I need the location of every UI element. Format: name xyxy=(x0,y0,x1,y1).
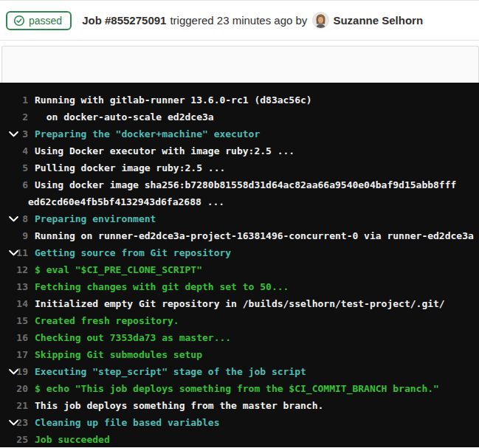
avatar[interactable] xyxy=(312,12,329,29)
log-line-text: Initialized empty Git repository in /bui… xyxy=(35,295,445,312)
log-controls-bar xyxy=(1,46,479,83)
log-line: 21 This job deploys something from the m… xyxy=(0,397,479,414)
log-line-text: Using Docker executor with image ruby:2.… xyxy=(35,142,294,159)
log-line-text: Running with gitlab-runner 13.6.0-rc1 (d… xyxy=(35,92,312,108)
log-line-text[interactable]: Preparing the "docker+machine" executor xyxy=(35,125,260,142)
check-circle-icon xyxy=(13,15,25,27)
log-section-header: 19 Executing "step_script" stage of the … xyxy=(0,363,479,380)
log-line-number[interactable]: 17 xyxy=(0,346,28,363)
chevron-down-icon[interactable] xyxy=(8,244,18,261)
log-line-number[interactable]: 25 xyxy=(0,431,28,447)
log-line: 1 Running with gitlab-runner 13.6.0-rc1 … xyxy=(0,92,479,108)
log-line-text[interactable]: Getting source from Git repository xyxy=(35,244,231,261)
log-line-text: Job succeeded xyxy=(35,431,110,447)
log-line-number[interactable]: 4 xyxy=(0,142,28,159)
chevron-down-icon[interactable] xyxy=(8,210,18,227)
log-section-header: 8 Preparing environment xyxy=(0,210,479,227)
log-line-text: Skipping Git submodules setup xyxy=(35,346,202,363)
log-line-text: Fetching changes with git depth set to 5… xyxy=(35,278,289,295)
chevron-down-icon[interactable] xyxy=(8,125,18,142)
log-line-number[interactable]: 16 xyxy=(0,329,28,346)
log-section-header: 23 Cleaning up file based variables xyxy=(0,414,479,431)
log-line-text: This job deploys something from the mast… xyxy=(35,397,323,414)
log-line-text: Running on runner-ed2dce3a-project-16381… xyxy=(35,227,474,244)
log-line-number[interactable]: 14 xyxy=(0,295,28,312)
chevron-down-icon[interactable] xyxy=(8,363,18,380)
log-line: 6 Using docker image sha256:b7280b81558d… xyxy=(0,176,479,193)
log-line-text[interactable]: Executing "step_script" stage of the job… xyxy=(35,363,306,380)
log-line-text: Created fresh repository. xyxy=(35,312,179,329)
log-line: 14 Initialized empty Git repository in /… xyxy=(0,295,479,312)
log-line-text: $ eval "$CI_PRE_CLONE_SCRIPT" xyxy=(35,261,202,278)
log-line-number[interactable]: 20 xyxy=(0,380,28,397)
log-line-text: on docker-auto-scale ed2dce3a xyxy=(35,108,214,125)
job-log-terminal: 1 Running with gitlab-runner 13.6.0-rc1 … xyxy=(0,83,479,447)
log-line-text[interactable]: Preparing environment xyxy=(35,210,156,227)
log-line-number[interactable]: 12 xyxy=(0,261,28,278)
log-line: 17 Skipping Git submodules setup xyxy=(0,346,479,363)
log-line-text[interactable]: Cleaning up file based variables xyxy=(35,414,219,431)
log-line-text: $ echo "This job deploys something from … xyxy=(35,380,439,397)
log-line: 5 Pulling docker image ruby:2.5 ... xyxy=(0,159,479,176)
log-line-number[interactable]: 9 xyxy=(0,227,28,244)
log-line: 2 on docker-auto-scale ed2dce3a xyxy=(0,108,479,125)
log-line: ed62cd60e4fb5bf4132943d6fa2688 ... xyxy=(0,193,479,210)
log-section-header: 3 Preparing the "docker+machine" executo… xyxy=(0,125,479,142)
log-line-number[interactable]: 15 xyxy=(0,312,28,329)
status-badge-label: passed xyxy=(29,15,62,27)
log-line: 9 Running on runner-ed2dce3a-project-163… xyxy=(0,227,479,244)
log-line-text: ed62cd60e4fb5bf4132943d6fa2688 ... xyxy=(28,193,224,210)
log-section-header: 11 Getting source from Git repository xyxy=(0,244,479,261)
log-line-text: Checking out 7353da73 as master... xyxy=(35,329,231,346)
chevron-down-icon[interactable] xyxy=(8,414,18,431)
log-line: 20 $ echo "This job deploys something fr… xyxy=(0,380,479,397)
log-line: 4 Using Docker executor with image ruby:… xyxy=(0,142,479,159)
log-line-number[interactable]: 6 xyxy=(0,176,28,193)
log-line-number[interactable]: 5 xyxy=(0,159,28,176)
log-line-number[interactable]: 1 xyxy=(0,92,28,108)
log-line: 16 Checking out 7353da73 as master... xyxy=(0,329,479,346)
job-number[interactable]: Job #855275091 xyxy=(82,14,166,27)
log-line-number[interactable]: 21 xyxy=(0,397,28,414)
log-line-number[interactable]: 2 xyxy=(0,108,28,125)
job-summary: Job #855275091 triggered 23 minutes ago … xyxy=(82,12,423,29)
log-line: 13 Fetching changes with git depth set t… xyxy=(0,278,479,295)
triggered-text: triggered 23 minutes ago by xyxy=(170,14,307,27)
log-line-text: Pulling docker image ruby:2.5 ... xyxy=(35,159,225,176)
log-line: 15 Created fresh repository. xyxy=(0,312,479,329)
status-badge[interactable]: passed xyxy=(6,11,72,30)
job-header: passed Job #855275091 triggered 23 minut… xyxy=(0,0,479,41)
user-name[interactable]: Suzanne Selhorn xyxy=(333,14,423,27)
log-line-number[interactable]: 13 xyxy=(0,278,28,295)
log-line-text: Using docker image sha256:b7280b81558d31… xyxy=(35,176,456,193)
log-line: 12 $ eval "$CI_PRE_CLONE_SCRIPT" xyxy=(0,261,479,278)
log-line: 25 Job succeeded xyxy=(0,431,479,447)
